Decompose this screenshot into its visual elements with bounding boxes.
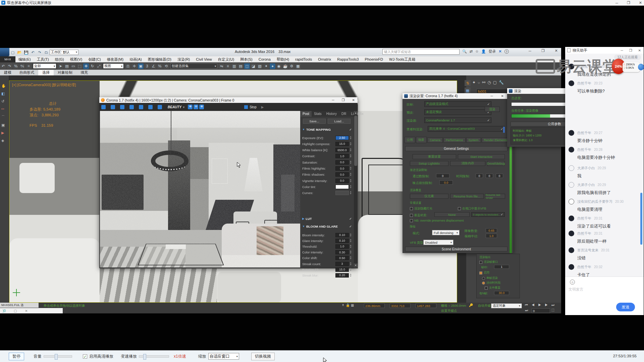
window-minimize-button[interactable]: ─	[615, 1, 618, 5]
exchange-icon[interactable]: ⇄	[470, 49, 473, 54]
sub-field[interactable]: 1	[494, 265, 509, 269]
render-setup-tab[interactable]: Camera	[427, 137, 443, 143]
command-panel-tabs[interactable]: ✦⌔⚯◷▢🔧	[472, 80, 504, 85]
menu-item[interactable]: 修改器(M)	[104, 57, 127, 62]
vfb-toolbar-button[interactable]	[109, 104, 117, 110]
sub-radio[interactable]: 活动时间段	[482, 281, 501, 285]
undo-icon[interactable]: ↶	[30, 50, 36, 55]
toolbar-icon[interactable]: ▭	[70, 63, 76, 69]
spinner[interactable]: ▲▼	[350, 179, 352, 183]
menu-item[interactable]: 组(G)	[52, 57, 67, 62]
vfb-toolbar-button[interactable]	[119, 104, 127, 110]
menu-item[interactable]: 创建(C)	[85, 57, 104, 62]
spinner[interactable]: ▲▼	[350, 267, 352, 272]
noise-limit-field[interactable]: 0.0	[439, 180, 453, 185]
workspace-dropdown[interactable]: 工作区: 默认	[50, 50, 78, 55]
ribbon-tab[interactable]: 选择	[38, 70, 54, 75]
hd-checkbox[interactable]: ✓	[83, 354, 87, 359]
render-setup-tab[interactable]: 场景	[416, 137, 427, 143]
menu-item[interactable]: Corona	[256, 57, 274, 61]
time-field[interactable]: 0	[496, 174, 503, 178]
toolbar-icon[interactable]: ▦	[295, 63, 301, 69]
render-setup-tab[interactable]: 公用	[405, 137, 415, 143]
vfb-param-row[interactable]: Glare intensity:0.10▲▼	[302, 238, 352, 243]
tool-icon[interactable]: ⌒	[1, 115, 6, 120]
toolbar-icon[interactable]: ⬚	[77, 63, 83, 69]
menu-item[interactable]: WJ-Tools工具箱	[386, 57, 418, 62]
toolbar-icon[interactable]: ➤	[58, 63, 63, 69]
denoise-amount-field[interactable]: 0.65	[486, 228, 497, 233]
toolbar-icon[interactable]: ⚙	[289, 63, 294, 69]
vfb-maximize-button[interactable]: ❐	[342, 98, 345, 102]
exclude-dropdown[interactable]: 0 objects to excluded...	[471, 212, 505, 217]
scene-environment-rollout[interactable]: Scene Environment	[405, 247, 507, 251]
selection-set-dropdown[interactable]: 选定对象	[491, 303, 522, 308]
toolbar-icon[interactable]: ◪	[251, 63, 256, 69]
lut-header[interactable]: ▶LUT✓	[302, 216, 352, 221]
sub-checkbox[interactable]: 渲染帧窗口	[479, 260, 498, 264]
preset-dropdown[interactable]: 未选定预设	[424, 109, 491, 115]
rs-minimize-button[interactable]: ─	[491, 94, 493, 98]
vfb-scrollbar[interactable]: ▲ ▼	[354, 111, 358, 267]
vfb-param-row[interactable]: Curves:▲▼	[302, 190, 352, 196]
volume-slider[interactable]	[44, 355, 72, 358]
toolbar-icon[interactable]: ▥	[231, 63, 237, 69]
rs-close-button[interactable]: ✕	[501, 94, 504, 98]
tool-icon[interactable]: ▶	[1, 131, 6, 135]
toolbar-icon[interactable]: 全部	[33, 63, 56, 69]
toolbar-icon[interactable]: ▤	[64, 63, 70, 69]
rs-button[interactable]: Start interactive	[458, 154, 505, 159]
time-field[interactable]: 0	[486, 174, 493, 178]
vfb-pass-label[interactable]: BEAUTY	[168, 105, 181, 109]
menu-item[interactable]: 视图(V)	[67, 57, 86, 62]
vfb-tab[interactable]: DR	[339, 111, 348, 117]
vfb-param-row[interactable]: Streak blur:0.20▲▼	[302, 273, 352, 278]
rs-button[interactable]: Setup LightMix	[410, 161, 448, 166]
vfb-load-button[interactable]: Load...	[328, 119, 351, 124]
chat-minimize-button[interactable]: ─	[621, 49, 623, 52]
menu-item[interactable]: RappaTools3	[334, 57, 362, 61]
anim-controls[interactable]: ⏭	[525, 308, 528, 312]
coord-z-field[interactable]: 1457.283	[416, 303, 436, 308]
vfb-type-dropdown[interactable]: Disabled	[423, 240, 453, 245]
cp-icon[interactable]: ▦	[465, 87, 471, 94]
spinner[interactable]: ▲▼	[350, 239, 352, 243]
coord-y-field[interactable]: 3332.713	[390, 303, 411, 308]
menu-item[interactable]: 动画(A)	[126, 57, 145, 62]
menu-item[interactable]: Civil View	[193, 57, 215, 61]
vfb-toolbar-button[interactable]	[128, 104, 136, 110]
toolbar-icon[interactable]: 视图	[103, 63, 124, 69]
vfb-param-row[interactable]: Highlight compress:15.0▲▼	[302, 141, 352, 146]
ribbon-tab[interactable]: 填充	[76, 70, 92, 75]
save-icon[interactable]: 💾	[23, 50, 29, 55]
vfb-stop-button[interactable]: Stop	[244, 105, 257, 109]
window-close-button[interactable]: ✕	[639, 1, 642, 5]
toolbar-icon[interactable]: ☕	[282, 63, 288, 69]
chat-maximize-button[interactable]: ❐	[629, 49, 632, 52]
switch-video-button[interactable]: 切换视频	[251, 353, 275, 360]
bloom-glare-header[interactable]: ▼BLOOM AND GLARE✓	[302, 224, 352, 229]
project-icon[interactable]: 🗀	[44, 50, 49, 55]
render-button[interactable]: 渲染	[485, 107, 500, 112]
tool-icon[interactable]: ✋	[1, 84, 6, 88]
tool-icon[interactable]: ◧	[1, 92, 6, 96]
spinner[interactable]: ▲▼	[350, 148, 352, 152]
star-icon[interactable]: ☆	[475, 49, 479, 54]
window-maximize-button[interactable]: ❐	[627, 1, 630, 5]
pass-limit-field[interactable]: 0	[436, 174, 449, 178]
override-none-button[interactable]: None	[434, 212, 470, 217]
vfb-toolbar-button[interactable]	[156, 104, 164, 110]
toolbar-icon[interactable]: ⚖	[125, 63, 131, 69]
chat-scrollbar[interactable]	[640, 193, 642, 245]
vfb-param-row[interactable]: Contrast:1.0▲▼	[302, 154, 352, 159]
rs-checkbox[interactable]: 渲染隐藏灯光	[410, 206, 432, 211]
speed-slider[interactable]	[139, 355, 169, 358]
vfb-param-row[interactable]: Color shift:0.50▲▼	[302, 255, 352, 261]
signin-label[interactable]: 登录	[489, 49, 496, 54]
setkey-label[interactable]: 设置关键点	[441, 309, 457, 313]
ribbon-tab[interactable]: 对象绘制	[54, 70, 76, 75]
chat-input-area[interactable]: ☺ 文明发言 发送	[565, 277, 644, 315]
search-icon[interactable]: 🔍	[462, 49, 467, 54]
spinner[interactable]: ▲▼	[350, 154, 352, 158]
chat-close-button[interactable]: ✕	[638, 49, 641, 52]
